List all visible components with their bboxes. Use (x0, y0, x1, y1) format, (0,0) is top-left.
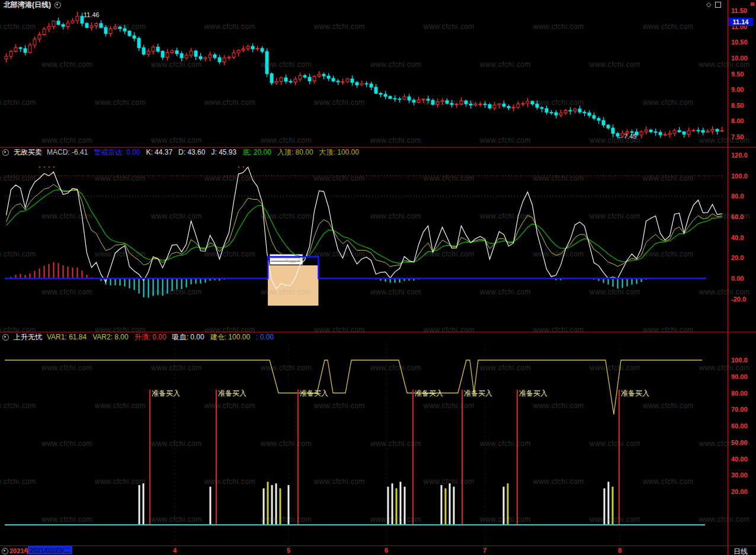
signal-bar (267, 482, 268, 524)
indicator-value: 底: 20.00 (242, 148, 271, 157)
indicator-value: D: 43.60 (178, 148, 205, 157)
maximize-icon[interactable] (715, 2, 721, 8)
signal-bar (453, 487, 454, 525)
top-dot (39, 166, 40, 168)
axis-tick: 7.50 (731, 133, 744, 140)
signal-bar (399, 482, 401, 524)
signal-bar (142, 483, 144, 524)
axis-tick: 40.00 (731, 455, 748, 463)
axis-tick: 9.00 (731, 86, 744, 93)
axis-column: 11.5011.0010.5010.009.509.008.508.007.50… (728, 0, 756, 555)
axis-tick: 100.0 (731, 357, 748, 364)
signal-bar (392, 483, 393, 524)
signal-bar (444, 488, 446, 524)
indicator3-name[interactable]: 上升无忧 (14, 333, 42, 342)
month-tick-label[interactable]: 6 (385, 547, 388, 554)
axis-tick: 9.50 (731, 70, 744, 78)
indicator-value: 大顶: 100.00 (319, 148, 359, 157)
indicator-value: VAR1: 61.84 (47, 333, 87, 342)
indicator-value: 入顶: 80.00 (277, 148, 313, 157)
buy-signal-label: 准备买入 (464, 389, 492, 397)
chart-canvas[interactable]: 准备买入准备买入准备买入准备买入准备买入准备买入准备买入 (0, 0, 756, 555)
axis-tick: -20.0 (731, 296, 746, 303)
buy-signal-label: 准备买入 (218, 389, 246, 397)
indicator-value: 建仓: 100.00 (210, 333, 250, 342)
d-line (7, 190, 722, 263)
trend-line (5, 360, 702, 415)
signal-bar (263, 488, 265, 524)
title-bar: 北部湾港(日线) (0, 0, 756, 10)
signal-bar (612, 487, 614, 525)
axis-tick: 20.0 (731, 254, 744, 261)
indicator-value: 吸血: 0.00 (172, 333, 204, 342)
indicator-value: VAR2: 8.00 (92, 333, 128, 342)
signal-bar (139, 485, 140, 525)
axis-tick: 100.0 (731, 172, 748, 179)
candlestick-series (5, 12, 723, 139)
axis-tick: 80.0 (731, 193, 744, 200)
month-tick-label[interactable]: 8 (618, 547, 622, 554)
signal-bar (603, 488, 605, 524)
signal-bar (449, 483, 451, 524)
signal-bar (507, 483, 508, 524)
window-controls: ◇ (706, 1, 721, 8)
indicator2-values: MACD: -6.41警戒雷达: 0.00K: 44.37D: 43.60J: … (47, 148, 359, 157)
signal-bar (404, 487, 406, 525)
month-tick-label[interactable]: 5 (287, 547, 290, 554)
period-label[interactable]: 日线 (733, 547, 748, 555)
buy-signal-label: 准备买入 (152, 389, 180, 397)
bottom-bar: 2021年 2021/02/23/二 日线 45678 (0, 546, 756, 555)
indicator2-header: 无敌买卖 MACD: -6.41警戒雷达: 0.00K: 44.37D: 43.… (2, 148, 359, 157)
highlight-zone (268, 265, 318, 306)
buy-signal-label: 准备买入 (621, 389, 649, 397)
axis-tick: 0.00 (731, 275, 744, 282)
top-dot (53, 166, 55, 168)
peak-annotation: 11.46 (84, 11, 100, 18)
buy-signal-label: 准备买入 (415, 389, 443, 397)
top-dot (243, 166, 244, 168)
signal-bar (441, 485, 443, 525)
k-line (7, 184, 722, 267)
axis-tick: 10.50 (731, 39, 748, 46)
signal-bar (209, 487, 211, 525)
panel-marker-icon (2, 548, 8, 554)
axis-tick: 120.0 (731, 152, 748, 159)
axis-tick: 8.00 (731, 117, 744, 124)
axis-tick: 90.00 (731, 373, 748, 380)
signal-bar (607, 482, 609, 524)
buy-signal-label: 准备买入 (519, 389, 547, 397)
histogram-series (11, 262, 647, 298)
axis-tick: 10.00 (731, 54, 748, 62)
signal-bar (275, 483, 277, 524)
buy-signal-label: 准备买入 (300, 389, 328, 397)
last-price-badge: 11.14 (728, 18, 753, 26)
indicator-value: MACD: -6.41 (47, 148, 88, 157)
indicator3-values: VAR1: 61.84VAR2: 8.00升浪: 0.00吸血: 0.00建仓:… (47, 333, 274, 342)
indicator-value: 升浪: 0.00 (134, 333, 166, 342)
diamond-icon[interactable]: ◇ (706, 1, 711, 8)
indicator-value: K: 44.37 (146, 148, 172, 157)
indicator-value: J: 45.93 (211, 148, 236, 157)
top-dot (238, 166, 239, 168)
month-tick-label[interactable]: 4 (173, 547, 177, 554)
radar-line (5, 257, 706, 278)
axis-tick: 60.00 (731, 422, 748, 429)
signal-bar (387, 487, 389, 525)
axis-tick: 30.00 (731, 471, 748, 479)
axis-tick: 20.00 (731, 488, 748, 495)
axis-tick: 50.00 (731, 439, 748, 446)
axis-tick: 40.0 (731, 234, 744, 241)
top-dot (44, 166, 45, 168)
month-tick-label[interactable]: 7 (483, 547, 486, 554)
title-marker-icon (55, 2, 61, 8)
axis-tick: 8.50 (731, 102, 744, 109)
indicator2-name[interactable]: 无敌买卖 (14, 148, 42, 157)
indicator3-header: 上升无忧 VAR1: 61.84VAR2: 8.00升浪: 0.00吸血: 0.… (2, 333, 274, 342)
axis-tick: 70.00 (731, 406, 748, 413)
panel-marker-icon (2, 334, 9, 341)
date-chip[interactable]: 2021/02/23/二 (28, 546, 72, 554)
panel-marker-icon (2, 149, 9, 156)
signal-bar (271, 485, 273, 525)
signal-bar (279, 488, 281, 524)
indicator-value: : 0.00 (256, 333, 274, 342)
